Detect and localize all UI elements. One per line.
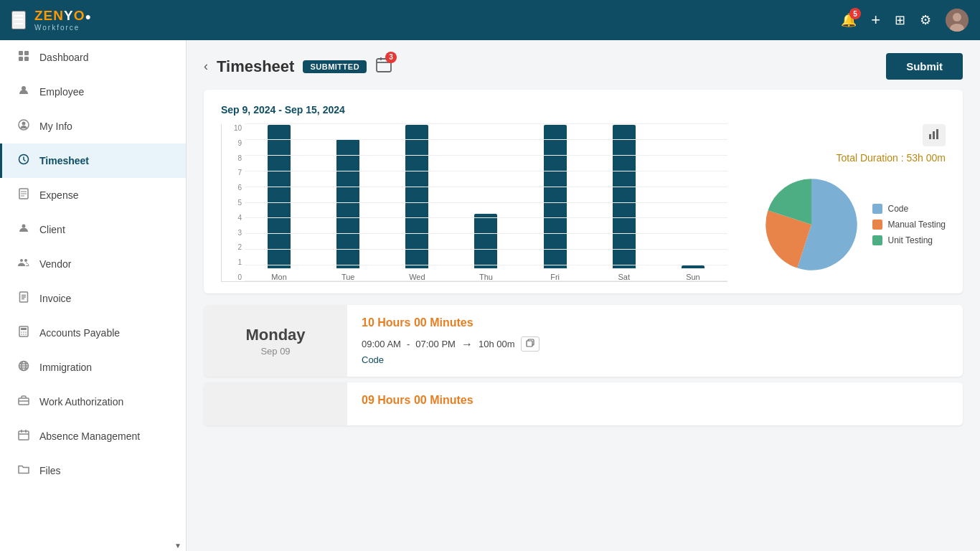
bar-group: Sun (659, 265, 727, 281)
svg-point-17 (24, 259, 27, 262)
svg-point-26 (25, 331, 27, 333)
bar-wed[interactable] (405, 125, 428, 268)
main-content: ‹ Timesheet SUBMITTED 3 Submit Sep 9, 20… (187, 40, 980, 551)
bar-chart-wrapper: 012345678910 MonTueWedThuFriSatSun (221, 124, 727, 282)
legend-color-dot (872, 235, 882, 245)
svg-rect-47 (936, 129, 938, 139)
svg-rect-46 (933, 131, 935, 139)
y-axis: 012345678910 (222, 124, 242, 281)
page-title: Timesheet (217, 57, 294, 76)
entry-arrow-icon: → (461, 338, 473, 351)
add-button[interactable]: + (871, 11, 880, 29)
calendar-button[interactable]: 3 (375, 56, 392, 77)
sidebar-item-myinfo[interactable]: My Info (0, 109, 186, 143)
sidebar-item-dashboard[interactable]: Dashboard (0, 40, 186, 75)
sidebar-item-employee[interactable]: Employee (0, 75, 186, 109)
submit-button[interactable]: Submit (886, 53, 963, 80)
y-axis-label: 2 (222, 243, 242, 251)
bar-tue[interactable] (336, 139, 359, 268)
entry-category: Code (362, 354, 948, 365)
sidebar-item-label: Invoice (39, 293, 71, 304)
sidebar-item-label: Immigration (39, 362, 92, 373)
bar-day-label: Thu (479, 273, 493, 281)
bar-day-label: Wed (409, 273, 425, 281)
sidebar-item-expense[interactable]: Expense (0, 178, 186, 212)
y-axis-label: 1 (222, 258, 242, 266)
sidebar-item-label: Absence Management (39, 430, 140, 442)
svg-point-25 (23, 331, 24, 333)
bar-sun[interactable] (682, 265, 705, 268)
status-badge: SUBMITTED (303, 60, 367, 73)
entry-date-column-2 (204, 382, 347, 425)
bar-mon[interactable] (268, 125, 291, 268)
legend-label: Manual Testing (888, 220, 946, 230)
pie-chart (765, 178, 858, 271)
sidebar-item-absence-management[interactable]: Absence Management (0, 419, 186, 453)
legend-color-dot (872, 204, 882, 214)
bar-thu[interactable] (474, 214, 497, 268)
sidebar-item-client[interactable]: Client (0, 212, 186, 247)
sidebar-item-invoice[interactable]: Invoice (0, 281, 186, 316)
file-text-icon (17, 291, 31, 306)
y-axis-label: 7 (222, 169, 242, 176)
sidebar-item-label: My Info (39, 121, 72, 132)
sidebar-item-timesheet[interactable]: Timesheet (0, 143, 186, 178)
notification-bell[interactable]: 🔔 5 (841, 12, 857, 28)
sidebar-item-label: Client (39, 224, 65, 235)
bar-group: Tue (314, 139, 382, 281)
clock-icon (17, 154, 31, 168)
calendar-x-icon (17, 429, 31, 443)
legend-item: Manual Testing (872, 220, 946, 230)
sidebar-item-files[interactable]: Files (0, 453, 186, 488)
entry-card-monday: Monday Sep 09 10 Hours 00 Minutes 09:00 … (204, 305, 963, 377)
entry-hours-2: 09 Hours 00 Minutes (362, 394, 948, 407)
sidebar-scroll-down[interactable]: ▼ (173, 540, 183, 551)
back-button[interactable]: ‹ (204, 59, 208, 74)
grid-line (245, 123, 727, 124)
y-axis-label: 9 (222, 139, 242, 147)
entry-copy-button[interactable] (521, 336, 540, 352)
main-layout: Dashboard Employee My Info Timesheet Exp (0, 0, 980, 551)
svg-rect-4 (24, 51, 29, 55)
svg-rect-45 (929, 134, 931, 139)
svg-rect-6 (24, 57, 29, 61)
chart-icon-button[interactable] (923, 124, 946, 146)
sidebar-item-work-authorization[interactable]: Work Authorization (0, 385, 186, 419)
grid-icon (17, 50, 31, 65)
topnav-right: 🔔 5 + ⊞ ⚙ (841, 9, 969, 32)
entry-time-start: 09:00 AM (362, 339, 401, 349)
date-range: Sep 9, 2024 - Sep 15, 2024 (221, 104, 946, 116)
sidebar-item-label: Employee (39, 86, 84, 98)
entry-date-column: Monday Sep 09 (204, 305, 347, 377)
sidebar-item-label: Dashboard (39, 52, 89, 63)
app-logo: ZENYO● Workforce (34, 9, 92, 32)
y-axis-label: 8 (222, 154, 242, 162)
y-axis-label: 4 (222, 214, 242, 222)
people-icon (17, 257, 31, 271)
sidebar-item-immigration[interactable]: Immigration (0, 350, 186, 385)
hamburger-menu[interactable]: ☰ (11, 11, 26, 29)
legend-item: Code (872, 204, 946, 214)
pie-container: CodeManual TestingUnit Testing (765, 178, 946, 271)
grid-menu-button[interactable]: ⊞ (895, 12, 905, 28)
svg-point-29 (25, 334, 27, 335)
person-icon (17, 85, 31, 99)
bar-day-label: Fri (550, 273, 560, 281)
bar-day-label: Sun (686, 273, 700, 281)
svg-point-28 (23, 334, 24, 335)
y-axis-label: 6 (222, 184, 242, 192)
sidebar-item-label: Timesheet (39, 155, 89, 166)
bar-day-label: Sat (618, 273, 631, 281)
sidebar-item-label: Accounts Payable (39, 327, 120, 339)
sidebar-item-label: Files (39, 465, 61, 476)
sidebar-item-vendor[interactable]: Vendor (0, 247, 186, 281)
sidebar-item-accounts-payable[interactable]: Accounts Payable (0, 316, 186, 350)
y-axis-label: 10 (222, 124, 242, 132)
entry-day: Monday (245, 326, 305, 344)
entry-dash: - (407, 339, 410, 349)
legend-color-dot (872, 220, 882, 230)
settings-button[interactable]: ⚙ (920, 12, 931, 28)
bar-sat[interactable] (613, 125, 636, 268)
bar-fri[interactable] (544, 125, 567, 268)
user-avatar[interactable] (946, 9, 969, 32)
